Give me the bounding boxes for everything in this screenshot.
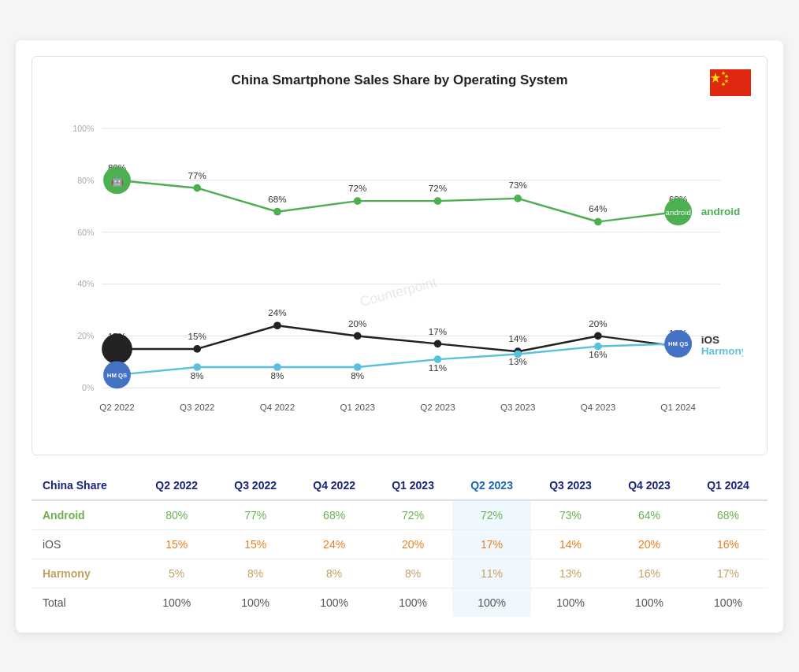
- total-q3-2023: 100%: [531, 588, 610, 617]
- svg-text:Q4 2022: Q4 2022: [260, 402, 295, 412]
- svg-text:72%: 72%: [429, 183, 447, 193]
- total-q3-2022: 100%: [216, 588, 295, 617]
- harmony-q2-2022: 5%: [137, 559, 216, 588]
- svg-point-50: [354, 332, 362, 340]
- table-row-ios: iOS 15% 15% 24% 20% 17% 14% 20% 16%: [32, 529, 767, 559]
- table-row-android: Android 80% 77% 68% 72% 72% 73% 64% 68%: [32, 500, 767, 530]
- svg-point-29: [354, 197, 362, 205]
- svg-text:11%: 11%: [429, 362, 447, 373]
- total-q1-2024: 100%: [689, 588, 767, 617]
- harmony-q4-2023: 16%: [610, 559, 689, 588]
- svg-text:80%: 80%: [77, 175, 95, 184]
- svg-text:android: android: [701, 206, 741, 217]
- svg-text:77%: 77%: [188, 169, 206, 180]
- col-header-q2-2023: Q2 2023: [452, 471, 531, 500]
- harmony-q3-2023: 13%: [531, 559, 610, 588]
- row-label-harmony: Harmony: [32, 559, 137, 588]
- svg-text:HM QS: HM QS: [668, 340, 688, 347]
- harmony-q4-2022: 8%: [295, 559, 373, 588]
- svg-point-51: [434, 340, 442, 347]
- main-container: China Smartphone Sales Share by Operatin…: [16, 40, 783, 633]
- android-q3-2022: 77%: [216, 500, 295, 530]
- svg-point-28: [273, 207, 281, 215]
- svg-text:Q3 2023: Q3 2023: [500, 402, 536, 412]
- col-header-q3-2023: Q3 2023: [531, 471, 610, 500]
- android-q4-2022: 68%: [295, 500, 373, 530]
- svg-point-27: [193, 184, 201, 191]
- svg-text:0%: 0%: [82, 383, 95, 392]
- android-q1-2023: 72%: [373, 500, 452, 530]
- svg-text:64%: 64%: [589, 203, 607, 213]
- table-row-total: Total 100% 100% 100% 100% 100% 100% 100%…: [32, 588, 767, 617]
- harmony-q1-2023: 8%: [373, 559, 452, 588]
- ios-q4-2023: 20%: [610, 529, 689, 559]
- table-row-harmony: Harmony 5% 8% 8% 8% 11% 13% 16% 17%: [32, 559, 767, 588]
- china-flag: [710, 69, 751, 96]
- row-label-total: Total: [32, 588, 137, 617]
- chart-title: China Smartphone Sales Share by Operatin…: [56, 72, 743, 88]
- total-q2-2022: 100%: [137, 588, 216, 617]
- svg-point-32: [594, 217, 602, 225]
- col-header-q3-2022: Q3 2022: [216, 471, 295, 500]
- svg-text:HarmonyOS: HarmonyOS: [701, 344, 743, 356]
- svg-text:Counterpoint: Counterpoint: [359, 273, 439, 309]
- chart-area: 100% 80% 60% 40% 20% 0% Q2 2022 Q3 2022 …: [56, 100, 743, 447]
- svg-text:Q4 2023: Q4 2023: [581, 402, 616, 412]
- android-q4-2023: 64%: [610, 500, 689, 530]
- harmony-q1-2024: 17%: [689, 559, 767, 588]
- svg-point-30: [434, 197, 442, 205]
- svg-text:17%: 17%: [429, 325, 447, 336]
- chart-svg: 100% 80% 60% 40% 20% 0% Q2 2022 Q3 2022 …: [56, 100, 743, 447]
- ios-q3-2022: 15%: [216, 529, 295, 559]
- ios-q3-2023: 14%: [531, 529, 610, 559]
- data-table: China Share Q2 2022 Q3 2022 Q4 2022 Q1 2…: [32, 471, 767, 617]
- svg-text:8%: 8%: [271, 369, 284, 380]
- svg-text:Q1 2024: Q1 2024: [660, 402, 696, 412]
- ios-q4-2022: 24%: [295, 529, 373, 559]
- android-q2-2022: 80%: [137, 500, 216, 530]
- svg-text:8%: 8%: [351, 369, 364, 380]
- col-header-q2-2022: Q2 2022: [137, 471, 216, 500]
- svg-text:13%: 13%: [509, 356, 527, 366]
- svg-point-48: [193, 345, 201, 353]
- ios-q2-2023: 17%: [452, 529, 531, 559]
- svg-text:Q2 2022: Q2 2022: [99, 402, 135, 412]
- col-header-q1-2023: Q1 2023: [373, 471, 452, 500]
- svg-text:20%: 20%: [589, 317, 607, 328]
- svg-point-31: [514, 195, 522, 202]
- row-label-android: Android: [32, 500, 137, 530]
- svg-text:16%: 16%: [589, 348, 607, 358]
- total-q4-2023: 100%: [610, 588, 689, 617]
- col-header-q1-2024: Q1 2024: [689, 471, 767, 500]
- svg-text:HM QS: HM QS: [107, 371, 127, 378]
- svg-text:Q2 2023: Q2 2023: [420, 402, 455, 412]
- harmony-q2-2023: 11%: [452, 559, 531, 588]
- svg-text:68%: 68%: [268, 193, 286, 203]
- svg-point-63: [102, 333, 132, 364]
- svg-text:android: android: [666, 208, 691, 217]
- svg-text:Q1 2023: Q1 2023: [340, 402, 375, 412]
- col-header-label: China Share: [32, 471, 137, 500]
- svg-text:100%: 100%: [72, 123, 95, 132]
- svg-text:73%: 73%: [509, 180, 527, 190]
- android-q3-2023: 73%: [531, 500, 610, 530]
- total-q2-2023: 100%: [452, 588, 531, 617]
- total-q1-2023: 100%: [373, 588, 452, 617]
- svg-text:24%: 24%: [268, 307, 286, 317]
- ios-q1-2023: 20%: [373, 529, 452, 559]
- svg-text:15%: 15%: [188, 331, 206, 341]
- svg-text:20%: 20%: [348, 317, 366, 328]
- col-header-q4-2023: Q4 2023: [610, 471, 689, 500]
- ios-q1-2024: 16%: [689, 529, 767, 559]
- svg-text:40%: 40%: [77, 279, 95, 288]
- total-q4-2022: 100%: [295, 588, 373, 617]
- svg-text:20%: 20%: [77, 331, 95, 340]
- svg-text:🤖: 🤖: [111, 174, 124, 187]
- chart-section: China Smartphone Sales Share by Operatin…: [32, 56, 767, 455]
- table-header: China Share Q2 2022 Q3 2022 Q4 2022 Q1 2…: [32, 471, 767, 500]
- svg-text:60%: 60%: [77, 227, 95, 236]
- svg-point-49: [273, 321, 281, 329]
- svg-text:72%: 72%: [348, 183, 366, 193]
- android-q1-2024: 68%: [689, 500, 767, 530]
- harmony-q3-2022: 8%: [216, 559, 295, 588]
